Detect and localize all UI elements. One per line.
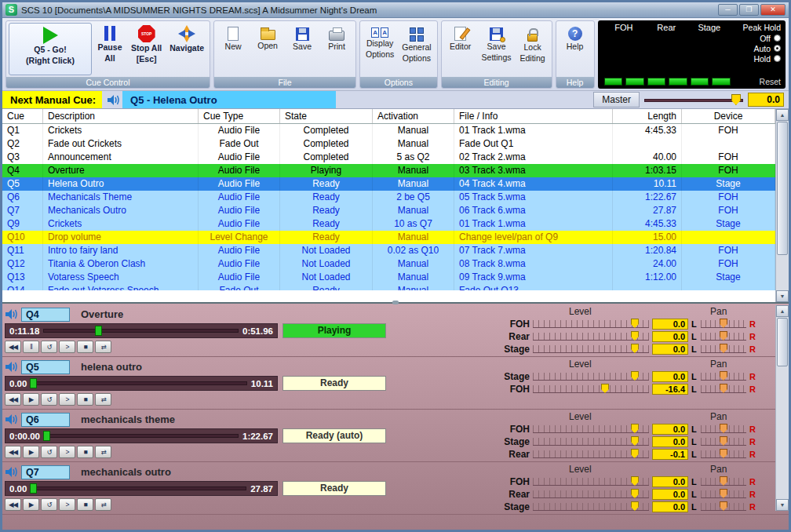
progress-track[interactable]	[44, 434, 239, 438]
pan-slider-thumb[interactable]	[720, 436, 727, 446]
save-button[interactable]: Save	[286, 23, 319, 75]
stop-all-button[interactable]: Stop All [Esc]	[128, 23, 165, 75]
header-cue[interactable]: Cue	[2, 109, 43, 123]
player-cue-id[interactable]: Q7	[21, 465, 70, 479]
player-progress-bar[interactable]: 0:00.00 1:22.67	[5, 428, 278, 443]
cue-row[interactable]: Q3 Announcement Audio File Completed 5 a…	[2, 151, 775, 164]
header-description[interactable]: Description	[43, 109, 199, 123]
general-options-button[interactable]: General Options	[399, 23, 434, 75]
play-pause-button[interactable]: ▶	[23, 498, 39, 511]
save-settings-button[interactable]: Save Settings	[479, 23, 515, 75]
cue-row[interactable]: Q7 Mechanicals Outro Audio File Ready Ma…	[2, 204, 775, 217]
shuffle-button[interactable]: ⇄	[95, 498, 111, 511]
stop-button[interactable]: ■	[77, 498, 93, 511]
scroll-up-icon[interactable]	[776, 109, 789, 121]
rewind-button[interactable]: ◀◀	[5, 341, 21, 353]
level-slider-thumb[interactable]	[631, 371, 639, 381]
open-button[interactable]: Open	[251, 23, 284, 75]
scroll-thumb[interactable]	[777, 122, 788, 255]
header-activation[interactable]: Activation	[373, 109, 454, 123]
pan-slider-thumb[interactable]	[720, 344, 727, 353]
loop-button[interactable]: ↺	[41, 498, 57, 511]
play-pause-button[interactable]: ‖	[23, 341, 39, 353]
go-next-button[interactable]: >	[59, 498, 75, 511]
close-button[interactable]: ✕	[760, 4, 786, 16]
maximize-button[interactable]: ❐	[739, 4, 759, 16]
loop-button[interactable]: ↺	[41, 393, 57, 406]
level-slider[interactable]	[533, 450, 649, 458]
reset-button[interactable]: Reset	[760, 77, 781, 86]
pan-slider-thumb[interactable]	[720, 489, 727, 498]
pan-slider-thumb[interactable]	[720, 501, 727, 511]
pan-slider[interactable]	[701, 320, 746, 328]
level-slider-thumb[interactable]	[631, 449, 639, 458]
header-length[interactable]: Length	[613, 109, 682, 123]
splitter-handle[interactable]	[392, 301, 399, 304]
peak-hold-option-auto[interactable]: Auto	[753, 43, 781, 53]
pan-slider-thumb[interactable]	[720, 424, 727, 433]
master-slider[interactable]	[644, 94, 743, 105]
cue-row[interactable]: Q13 Votaress Speech Audio File Not Loade…	[2, 271, 775, 284]
scroll-down-icon[interactable]	[776, 499, 789, 511]
cue-row[interactable]: Q4 Overture Audio File Playing Manual 03…	[2, 164, 775, 177]
go-next-button[interactable]: >	[59, 341, 75, 353]
level-slider-thumb[interactable]	[631, 501, 639, 511]
master-slider-thumb[interactable]	[731, 94, 741, 105]
players-scrollbar[interactable]	[775, 305, 789, 511]
stop-button[interactable]: ■	[77, 341, 93, 353]
header-device[interactable]: Device	[682, 109, 775, 123]
player-progress-bar[interactable]: 0.00 27.87	[5, 481, 278, 496]
title-bar[interactable]: S SCS 10 [Documents\A MIDSUMMER NIGHTS D…	[2, 2, 789, 18]
pan-slider[interactable]	[701, 385, 746, 393]
player-progress-bar[interactable]: 0:11.18 0:51.96	[5, 323, 278, 338]
editor-button[interactable]: Editor	[444, 23, 477, 75]
scroll-down-icon[interactable]	[776, 290, 789, 302]
progress-thumb[interactable]	[95, 326, 102, 336]
cue-row[interactable]: Q6 Mechanicals Theme Audio File Ready 2 …	[2, 191, 775, 204]
progress-track[interactable]	[43, 329, 239, 333]
level-slider[interactable]	[533, 385, 649, 393]
pan-slider-thumb[interactable]	[720, 476, 727, 486]
level-slider[interactable]	[533, 345, 649, 353]
pan-slider[interactable]	[701, 450, 746, 458]
player-progress-bar[interactable]: 0.00 10.11	[5, 376, 278, 391]
pan-slider[interactable]	[701, 438, 746, 446]
level-slider[interactable]	[533, 320, 649, 328]
level-slider-thumb[interactable]	[631, 344, 639, 353]
radio-icon[interactable]	[774, 35, 781, 42]
cue-row[interactable]: Q2 Fade out Crickets Fade Out Completed …	[2, 137, 775, 151]
level-slider[interactable]	[533, 438, 649, 446]
cue-list-scrollbar[interactable]	[775, 109, 789, 302]
play-pause-button[interactable]: ▶	[23, 446, 39, 458]
level-slider-thumb[interactable]	[631, 319, 639, 328]
go-next-button[interactable]: >	[59, 446, 75, 458]
cue-row[interactable]: Q5 Helena Outro Audio File Ready Manual …	[2, 177, 775, 191]
next-cue-value[interactable]: Q5 - Helena Outro	[122, 91, 336, 108]
pause-all-button[interactable]: Pause All	[93, 23, 126, 75]
scroll-thumb[interactable]	[777, 318, 788, 366]
radio-icon[interactable]	[774, 55, 781, 62]
progress-track[interactable]	[31, 486, 246, 490]
cue-row[interactable]: Q1 Crickets Audio File Completed Manual …	[2, 124, 775, 137]
pan-slider[interactable]	[701, 425, 746, 433]
level-slider[interactable]	[533, 503, 649, 511]
level-slider[interactable]	[533, 478, 649, 486]
level-slider-thumb[interactable]	[631, 489, 639, 498]
stop-button[interactable]: ■	[77, 446, 93, 458]
cue-row[interactable]: Q12 Titania & Oberon Clash Audio File No…	[2, 257, 775, 271]
level-slider[interactable]	[533, 333, 649, 341]
progress-thumb[interactable]	[30, 378, 37, 388]
header-state[interactable]: State	[280, 109, 373, 123]
pan-slider[interactable]	[701, 373, 746, 381]
minimize-button[interactable]: ─	[718, 4, 738, 16]
progress-track[interactable]	[31, 381, 246, 385]
lock-editing-button[interactable]: Lock Editing	[516, 23, 549, 75]
go-button[interactable]: Q5 - Go! (Right Click)	[9, 23, 92, 75]
progress-thumb[interactable]	[30, 483, 37, 494]
stop-button[interactable]: ■	[77, 393, 93, 406]
navigate-button[interactable]: Navigate	[166, 23, 207, 75]
print-button[interactable]: Print	[320, 23, 353, 75]
loop-button[interactable]: ↺	[41, 341, 57, 353]
pan-slider[interactable]	[701, 478, 746, 486]
header-cue-type[interactable]: Cue Type	[199, 109, 280, 123]
